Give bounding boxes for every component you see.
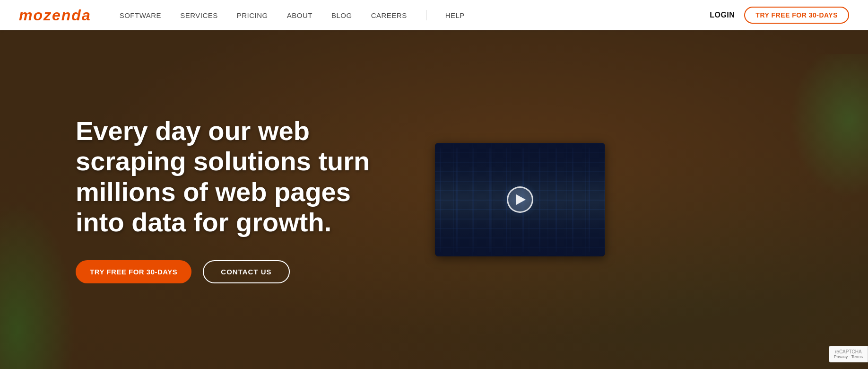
nav-links: SOFTWARE SERVICES PRICING ABOUT BLOG CAR… [120,10,710,20]
recaptcha-links: Privacy · Terms [834,354,863,359]
play-icon [516,194,526,205]
recaptcha-badge: reCAPTCHA Privacy · Terms [829,346,868,362]
video-play-button[interactable] [507,186,533,213]
hero-content: Every day our web scraping solutions tur… [0,30,868,369]
hero-section: Every day our web scraping solutions tur… [0,30,868,369]
nav-careers[interactable]: CAREERS [371,11,407,19]
nav-about[interactable]: ABOUT [287,11,312,19]
brand-logo[interactable]: mozenda [19,7,91,24]
recaptcha-text: reCAPTCHA [835,349,862,354]
nav-software[interactable]: SOFTWARE [120,11,161,19]
navbar: mozenda SOFTWARE SERVICES PRICING ABOUT … [0,0,868,30]
nav-blog[interactable]: BLOG [331,11,352,19]
hero-try-free-button[interactable]: TRY FREE FOR 30-DAYS [76,260,191,283]
nav-pricing[interactable]: PRICING [237,11,268,19]
nav-divider [426,10,426,20]
hero-buttons: TRY FREE FOR 30-DAYS CONTACT US [76,260,397,283]
nav-help[interactable]: HELP [445,11,465,19]
hero-contact-button[interactable]: CONTACT US [203,260,289,283]
nav-services[interactable]: SERVICES [180,11,218,19]
nav-try-free-button[interactable]: TRY FREE FOR 30-DAYS [744,7,849,24]
login-link[interactable]: LOGIN [710,11,735,19]
hero-text: Every day our web scraping solutions tur… [76,116,397,284]
hero-headline: Every day our web scraping solutions tur… [76,116,397,238]
nav-right: LOGIN TRY FREE FOR 30-DAYS [710,7,849,24]
hero-video-thumbnail[interactable] [435,143,605,256]
